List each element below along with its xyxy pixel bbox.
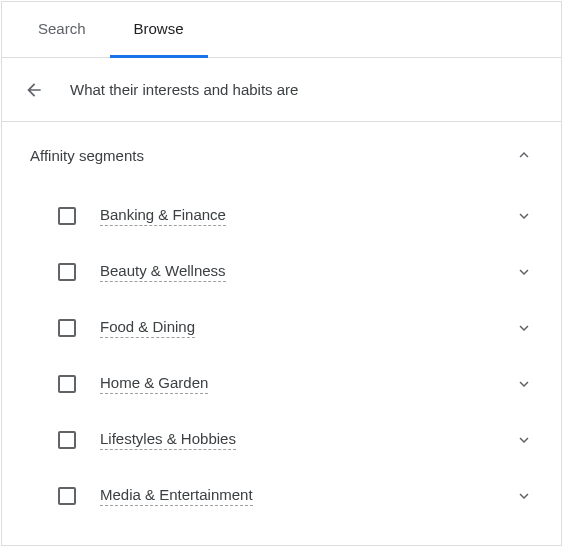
item-label[interactable]: Home & Garden bbox=[100, 374, 208, 394]
checkbox[interactable] bbox=[58, 487, 76, 505]
chevron-down-icon[interactable] bbox=[515, 319, 533, 337]
item-label[interactable]: Media & Entertainment bbox=[100, 486, 253, 506]
panel: Search Browse What their interests and h… bbox=[1, 1, 562, 546]
list-item: Media & Entertainment bbox=[58, 468, 533, 524]
list-item: Lifestyles & Hobbies bbox=[58, 412, 533, 468]
checkbox[interactable] bbox=[58, 375, 76, 393]
item-label[interactable]: Food & Dining bbox=[100, 318, 195, 338]
tab-search[interactable]: Search bbox=[14, 2, 110, 57]
list-item: Home & Garden bbox=[58, 356, 533, 412]
tab-browse[interactable]: Browse bbox=[110, 2, 208, 57]
chevron-down-icon[interactable] bbox=[515, 431, 533, 449]
back-arrow-icon[interactable] bbox=[22, 78, 46, 102]
checkbox[interactable] bbox=[58, 263, 76, 281]
checkbox[interactable] bbox=[58, 207, 76, 225]
item-label[interactable]: Beauty & Wellness bbox=[100, 262, 226, 282]
chevron-down-icon[interactable] bbox=[515, 375, 533, 393]
breadcrumb-title: What their interests and habits are bbox=[70, 81, 298, 98]
chevron-down-icon[interactable] bbox=[515, 487, 533, 505]
chevron-up-icon bbox=[515, 146, 533, 164]
tabs: Search Browse bbox=[2, 2, 561, 58]
segment-list-scroll[interactable]: Affinity segments Banking & Finance Beau… bbox=[2, 122, 561, 545]
section-affinity-segments[interactable]: Affinity segments bbox=[2, 122, 561, 188]
checkbox[interactable] bbox=[58, 319, 76, 337]
section-items: Banking & Finance Beauty & Wellness Food… bbox=[2, 188, 561, 534]
checkbox[interactable] bbox=[58, 431, 76, 449]
list-item: Beauty & Wellness bbox=[58, 244, 533, 300]
list-item: Banking & Finance bbox=[58, 188, 533, 244]
list-item: Food & Dining bbox=[58, 300, 533, 356]
chevron-down-icon[interactable] bbox=[515, 207, 533, 225]
breadcrumb: What their interests and habits are bbox=[2, 58, 561, 122]
chevron-down-icon[interactable] bbox=[515, 263, 533, 281]
item-label[interactable]: Lifestyles & Hobbies bbox=[100, 430, 236, 450]
item-label[interactable]: Banking & Finance bbox=[100, 206, 226, 226]
section-title: Affinity segments bbox=[30, 147, 144, 164]
